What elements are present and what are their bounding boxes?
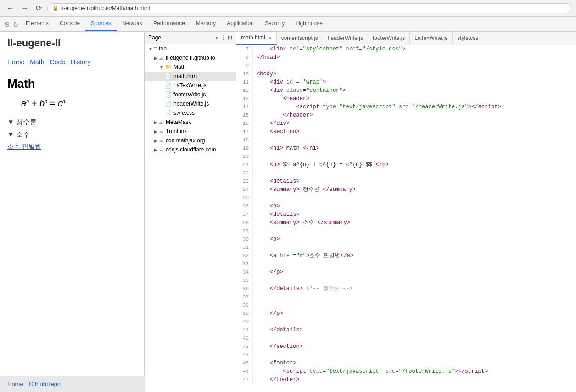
code-content-30: <p>	[257, 235, 280, 243]
code-line-18: 18	[236, 136, 576, 144]
site-content: Math an + bn = cn ▼ 정수론 ▼ 소수 소수 판별법	[0, 69, 144, 158]
line-number-11: 11	[236, 78, 253, 86]
tree-item-top[interactable]: ▼ □ top	[145, 44, 236, 53]
tree-item-footer[interactable]: 📄 footerWrite.js	[145, 90, 236, 99]
tree-label-mathjax: cdn.mathjax.org	[166, 137, 205, 144]
line-number-38: 38	[236, 301, 253, 309]
tab-performance[interactable]: Performance	[148, 17, 190, 31]
prime-link[interactable]: 소수 판별법	[7, 143, 137, 151]
tree-item-mathjax[interactable]: ▶ ☁ cdn.mathjax.org	[145, 136, 236, 145]
code-content-46: <script type="text/javascript" src="/foo…	[257, 367, 488, 375]
tree-item-iieugene[interactable]: ▶ ☁ ii-eugene-ii.github.io	[145, 53, 236, 62]
tree-item-header[interactable]: 📄 headerWrite.js	[145, 99, 236, 108]
source-tab-math-html[interactable]: math.html ✕	[236, 32, 277, 45]
code-line-16: 16 </div>	[236, 119, 576, 128]
tree-label-header: headerWrite.js	[173, 101, 209, 107]
tree-label-latex: LaTexWrite.js	[173, 82, 207, 89]
tree-label-footer: footerWrite.js	[173, 91, 206, 98]
tree-item-style[interactable]: 📄 style.css	[145, 108, 236, 118]
file-tree-controls: » ⋮ ⊡	[215, 34, 232, 41]
line-number-16: 16	[236, 119, 253, 128]
code-area[interactable]: 7 <link rel="stylesheet" href="/style.cs…	[236, 45, 576, 392]
reload-button[interactable]: ⟳	[34, 3, 44, 13]
footer-home[interactable]: Home	[7, 381, 23, 387]
tree-item-latex[interactable]: 📄 LaTexWrite.js	[145, 81, 236, 90]
nav-code[interactable]: Code	[50, 58, 65, 66]
code-line-23: 23 <details>	[236, 177, 576, 185]
source-tab-headerwrite-label: headerWrite.js	[328, 35, 363, 41]
tab-console[interactable]: Console	[54, 17, 85, 31]
tree-item-cloudflare[interactable]: ▶ ☁ cdnjs.cloudflare.com	[145, 145, 236, 154]
section-toggle-prime[interactable]: ▼ 소수	[7, 130, 137, 139]
source-tab-math-html-close[interactable]: ✕	[268, 35, 272, 40]
tab-elements[interactable]: Elements	[20, 17, 54, 31]
line-number-25: 25	[236, 194, 253, 202]
main-area: II-eugene-II Home Math Code History Math…	[0, 32, 576, 392]
source-tab-footerwrite[interactable]: footerWrite.js	[368, 32, 410, 45]
tree-more-button[interactable]: »	[215, 34, 218, 41]
code-line-9: 9	[236, 62, 576, 70]
code-content-21: <p> $$ a^{n} + b^{n} = c^{n} $$ </p>	[257, 161, 389, 169]
source-tabs: math.html ✕ contentscript.js headerWrite…	[236, 32, 576, 45]
source-tab-headerwrite[interactable]: headerWrite.js	[323, 32, 368, 45]
line-number-27: 27	[236, 210, 253, 218]
tab-security[interactable]: Security	[259, 17, 290, 31]
code-line-40: 40	[236, 318, 576, 326]
address-bar[interactable]: 🔒 ii-eugene-ii.github.io/Math/math.html	[47, 3, 571, 13]
code-content-47: </footer>	[257, 375, 300, 384]
source-tab-latexwrite-label: LaTexWrite.js	[414, 35, 447, 41]
line-number-37: 37	[236, 293, 253, 301]
back-button[interactable]: ←	[5, 3, 16, 13]
lock-icon: 🔒	[52, 5, 59, 11]
tree-item-tronlink[interactable]: ▶ ☁ TronLink	[145, 127, 236, 136]
code-line-17: 17 <section>	[236, 128, 576, 136]
inspect-icon-button[interactable]: ⎘	[2, 18, 11, 29]
tab-network[interactable]: Network	[117, 17, 148, 31]
tree-item-math-html[interactable]: 📄 math.html	[145, 72, 236, 81]
cloud-icon-mathjax: ☁	[158, 137, 164, 144]
code-line-34: 34 </p>	[236, 268, 576, 276]
code-content-23: <details>	[257, 177, 300, 185]
tab-sources[interactable]: Sources	[85, 17, 117, 31]
code-content-10: <body>	[257, 70, 276, 78]
nav-history[interactable]: History	[71, 58, 91, 66]
line-number-44: 44	[236, 351, 253, 359]
source-tab-math-html-label: math.html	[241, 34, 265, 41]
forward-button[interactable]: →	[19, 3, 30, 13]
tree-label-math: Math	[173, 64, 186, 70]
page-title: Math	[7, 77, 137, 91]
code-line-27: 27 <details>	[236, 210, 576, 218]
file-icon-header: 📄	[165, 101, 172, 107]
tree-label-iieugene: ii-eugene-ii.github.io	[166, 55, 215, 61]
site-footer: Home GithubRepo	[0, 376, 145, 392]
footer-github[interactable]: GithubRepo	[29, 381, 61, 387]
tab-lighthouse[interactable]: Lighthouse	[290, 17, 328, 31]
browser-chrome: ← → ⟳ 🔒 ii-eugene-ii.github.io/Math/math…	[0, 0, 576, 17]
source-tab-style[interactable]: style.css	[453, 32, 483, 45]
tree-options-button[interactable]: ⋮	[220, 34, 226, 41]
line-number-7: 7	[236, 45, 253, 53]
line-number-46: 46	[236, 367, 253, 375]
nav-math[interactable]: Math	[30, 58, 44, 66]
code-content-34: </p>	[257, 268, 283, 276]
nav-home[interactable]: Home	[7, 58, 24, 66]
code-line-39: 39 </p>	[236, 309, 576, 318]
source-tab-contentscript[interactable]: contentscript.js	[277, 32, 323, 45]
tree-arrow-math: ▼	[159, 65, 164, 70]
source-tab-latexwrite[interactable]: LaTexWrite.js	[410, 32, 453, 45]
section-toggle-integers[interactable]: ▼ 정수론	[7, 118, 137, 127]
device-icon-button[interactable]: ⎙	[11, 18, 20, 29]
code-line-19: 19 <h1> Math </h1>	[236, 144, 576, 152]
code-line-45: 45 <footer>	[236, 359, 576, 367]
tree-item-math[interactable]: ▼ 📁 Math	[145, 62, 236, 72]
tree-toggle-button[interactable]: ⊡	[228, 34, 232, 41]
tree-item-metamask[interactable]: ▶ ☁ MetaMask	[145, 118, 236, 127]
code-content-39: </p>	[257, 309, 283, 318]
tree-arrow-cloudflare: ▶	[154, 147, 157, 152]
code-line-33: 33	[236, 260, 576, 268]
line-number-35: 35	[236, 276, 253, 285]
code-content-27: <details>	[257, 210, 300, 218]
tab-memory[interactable]: Memory	[190, 17, 221, 31]
tab-application[interactable]: Application	[221, 17, 259, 31]
page-label: Page	[148, 34, 161, 41]
